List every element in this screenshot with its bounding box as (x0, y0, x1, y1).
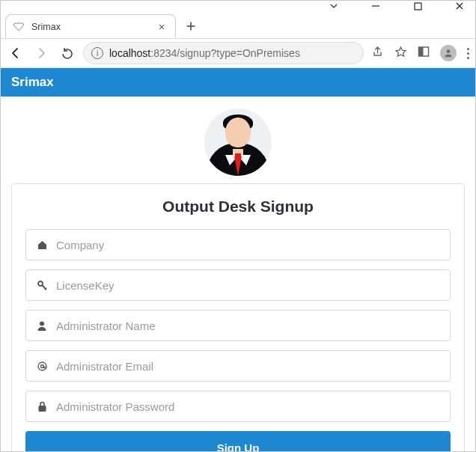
window-minimize-button[interactable] (364, 1, 387, 11)
admin-email-input[interactable] (56, 360, 441, 373)
admin-avatar-illustration (204, 109, 272, 176)
url-text: localhost:8234/signup?type=OnPremises (109, 47, 356, 59)
tab-favicon-icon (13, 21, 25, 33)
browser-tab[interactable]: Srimax × (5, 14, 176, 38)
brand-header: Srimax (1, 68, 475, 97)
page-body: Output Desk Signup (1, 97, 475, 451)
window-maximize-button[interactable] (406, 1, 429, 11)
toolbar-right (371, 45, 469, 61)
license-key-input[interactable] (56, 279, 441, 292)
page-viewport: Srimax Output Desk Signup (1, 68, 475, 451)
tab-strip: Srimax × (1, 13, 475, 38)
company-field[interactable] (25, 229, 451, 260)
tab-close-button[interactable]: × (156, 21, 168, 33)
brand-name: Srimax (11, 75, 54, 90)
profile-avatar-icon[interactable] (440, 45, 457, 61)
window-close-button[interactable] (448, 1, 471, 11)
form-heading: Output Desk Signup (25, 198, 451, 216)
address-bar[interactable]: i localhost:8234/signup?type=OnPremises (83, 42, 364, 64)
svg-point-4 (447, 49, 451, 53)
key-icon (35, 280, 49, 291)
nav-reload-button[interactable] (58, 44, 76, 62)
svg-rect-3 (419, 47, 424, 56)
svg-rect-1 (415, 3, 421, 10)
svg-rect-9 (38, 406, 46, 412)
new-tab-button[interactable] (180, 16, 201, 37)
bookmark-star-icon[interactable] (394, 46, 407, 61)
license-key-field[interactable] (25, 269, 451, 301)
url-host: localhost (109, 47, 150, 59)
nav-back-button[interactable] (7, 44, 25, 62)
user-icon (35, 320, 49, 331)
tab-title: Srimax (31, 22, 150, 32)
chevron-down-icon[interactable] (323, 1, 345, 11)
url-port: :8234 (150, 47, 177, 59)
share-icon[interactable] (371, 46, 384, 61)
admin-name-input[interactable] (56, 320, 441, 332)
admin-password-input[interactable] (56, 400, 441, 413)
window-titlebar (1, 1, 475, 13)
signup-card: Output Desk Signup (11, 183, 465, 451)
site-info-icon[interactable]: i (91, 47, 103, 59)
lock-icon (35, 401, 49, 412)
home-icon (35, 239, 49, 251)
browser-toolbar: i localhost:8234/signup?type=OnPremises (1, 38, 475, 68)
signup-button[interactable]: Sign Up (25, 431, 451, 451)
url-path: /signup?type=OnPremises (177, 47, 300, 59)
at-sign-icon (35, 361, 49, 372)
browser-window: Srimax × i localhost:8234/signup?type=On… (0, 0, 476, 452)
admin-password-field[interactable] (25, 391, 451, 422)
nav-forward-button[interactable] (32, 44, 50, 62)
company-input[interactable] (56, 239, 441, 251)
svg-point-6 (40, 322, 44, 326)
admin-email-field[interactable] (25, 350, 451, 382)
browser-menu-button[interactable] (467, 48, 469, 59)
admin-name-field[interactable] (25, 310, 451, 341)
side-panel-icon[interactable] (418, 46, 430, 61)
